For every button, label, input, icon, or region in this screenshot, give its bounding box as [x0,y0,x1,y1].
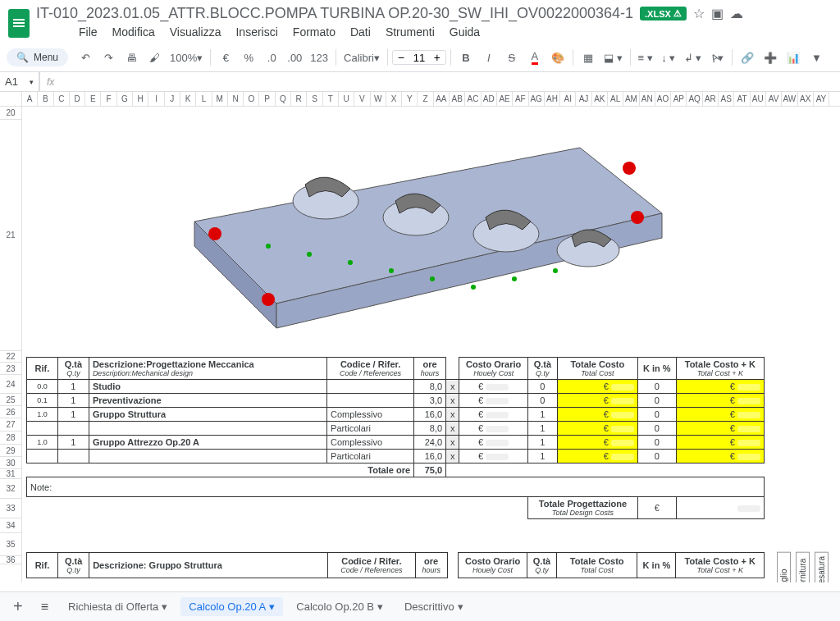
menu-modifica[interactable]: Modifica [106,22,162,42]
side-tab-1[interactable]: aglio [777,552,791,582]
col-G[interactable]: G [117,92,133,106]
merge-button[interactable]: ⬓ ▾ [600,47,626,68]
note-cell[interactable]: Note: [27,477,765,497]
comment-button[interactable]: ➕ [760,47,781,68]
filter-button[interactable]: ▼ [806,47,827,68]
row-26[interactable]: 26 [0,406,21,418]
undo-button[interactable]: ↶ [75,47,96,68]
col-H[interactable]: H [133,92,148,106]
col-Z[interactable]: Z [418,92,433,106]
tab-richiesta[interactable]: Richiesta di Offerta ▾ [60,597,176,616]
all-sheets-button[interactable]: ≡ [34,600,55,614]
percent-button[interactable]: % [238,47,259,68]
row-31[interactable]: 31 [0,469,21,479]
row-35[interactable]: 35 [0,533,21,556]
cloud-icon[interactable]: ☁ [730,6,743,21]
italic-button[interactable]: I [478,47,500,68]
col-AE[interactable]: AE [497,92,513,106]
row-30[interactable]: 30 [0,457,21,469]
menu-strumenti[interactable]: Strumenti [379,22,441,42]
menu-dati[interactable]: Dati [344,22,377,42]
col-AU[interactable]: AU [751,92,766,106]
font-select[interactable]: Calibri ▾ [340,47,383,68]
col-AV[interactable]: AV [766,92,782,106]
col-I[interactable]: I [148,92,164,106]
dec-more-button[interactable]: .00 [284,47,305,68]
side-tab-3[interactable]: resatura [815,552,829,582]
col-O[interactable]: O [244,92,259,106]
col-AY[interactable]: AY [814,92,829,106]
col-AN[interactable]: AN [640,92,655,106]
row-32[interactable]: 32 [0,479,21,499]
menu-inserisci[interactable]: Inserisci [229,22,284,42]
col-A[interactable]: A [22,92,38,106]
col-S[interactable]: S [307,92,322,106]
col-AX[interactable]: AX [798,92,814,106]
tab-calcolo-a[interactable]: Calcolo Op.20 A ▾ [180,597,283,616]
row-23[interactable]: 23 [0,363,21,375]
col-X[interactable]: X [386,92,402,106]
col-B[interactable]: B [38,92,53,106]
col-AG[interactable]: AG [529,92,545,106]
col-AO[interactable]: AO [655,92,671,106]
zoom-select[interactable]: 100% ▾ [167,47,206,68]
col-R[interactable]: R [291,92,307,106]
font-size-dec[interactable]: − [393,51,409,64]
col-D[interactable]: D [70,92,85,106]
search-menu[interactable]: 🔍 Menu [7,48,68,66]
col-AD[interactable]: AD [482,92,497,106]
col-AA[interactable]: AA [434,92,450,106]
menu-guida[interactable]: Guida [443,22,486,42]
col-AS[interactable]: AS [719,92,734,106]
move-icon[interactable]: ▣ [711,6,724,21]
col-C[interactable]: C [54,92,70,106]
redo-button[interactable]: ↷ [98,47,119,68]
name-box[interactable]: A1 ▾ [0,72,39,91]
col-N[interactable]: N [228,92,244,106]
col-E[interactable]: E [85,92,101,106]
halign-button[interactable]: ≡ ▾ [635,47,656,68]
menu-formato[interactable]: Formato [286,22,342,42]
sheet-content[interactable]: Rif. Q.tàQ.ty Descrizione:Progettazione … [22,107,840,582]
col-AM[interactable]: AM [623,92,639,106]
doc-title[interactable]: IT-010_2023.01.05_ATTR.BLOCC.POMPA TURBI… [36,5,633,22]
col-U[interactable]: U [339,92,354,106]
link-button[interactable]: 🔗 [737,47,758,68]
font-size-input[interactable] [409,52,429,64]
strike-button[interactable]: S [501,47,523,68]
col-T[interactable]: T [323,92,339,106]
bold-button[interactable]: B [455,47,477,68]
tab-calcolo-b[interactable]: Calcolo Op.20 B ▾ [288,597,391,616]
col-AC[interactable]: AC [465,92,481,106]
fill-color-button[interactable]: 🎨 [547,47,568,68]
row-34[interactable]: 34 [0,518,21,533]
row-28[interactable]: 28 [0,432,21,445]
col-AK[interactable]: AK [592,92,608,106]
currency-button[interactable]: € [215,47,236,68]
col-AT[interactable]: AT [734,92,750,106]
paint-format-button[interactable]: 🖌 [144,47,165,68]
col-AP[interactable]: AP [671,92,687,106]
row-22[interactable]: 22 [0,351,21,363]
col-L[interactable]: L [196,92,212,106]
col-Q[interactable]: Q [276,92,291,106]
side-tab-2[interactable]: ornitura [796,552,810,582]
valign-button[interactable]: ↓ ▾ [658,47,679,68]
text-color-button[interactable]: A [524,47,546,68]
dec-less-button[interactable]: .0 [261,47,282,68]
row-21[interactable]: 21 [0,120,21,351]
rotate-text-button[interactable]: A ▾ [706,47,728,68]
star-icon[interactable]: ☆ [693,6,705,21]
col-AJ[interactable]: AJ [576,92,591,106]
add-sheet-button[interactable]: + [7,597,30,616]
col-M[interactable]: M [212,92,228,106]
col-V[interactable]: V [354,92,370,106]
row-27[interactable]: 27 [0,418,21,432]
col-AQ[interactable]: AQ [687,92,702,106]
tab-descrittivo[interactable]: Descrittivo ▾ [396,597,472,616]
col-AI[interactable]: AI [560,92,576,106]
row-36[interactable]: 36 [0,556,21,564]
col-AR[interactable]: AR [703,92,719,106]
col-F[interactable]: F [101,92,116,106]
row-33[interactable]: 33 [0,499,21,518]
